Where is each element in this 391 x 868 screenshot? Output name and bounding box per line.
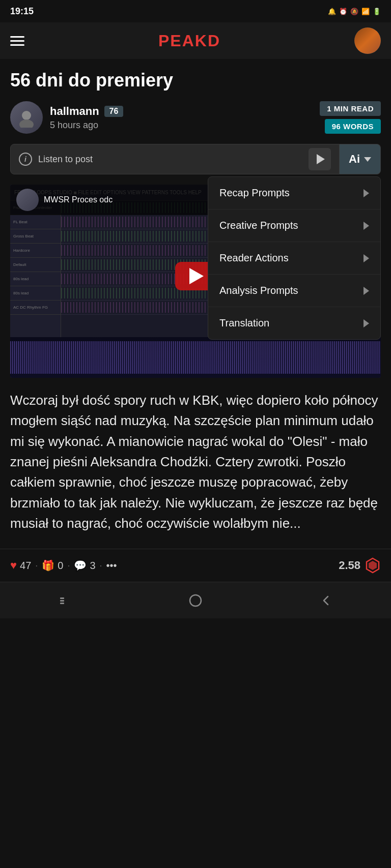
yt-avatar-inner [16, 189, 39, 211]
separator-2: · [67, 560, 70, 571]
svg-rect-5 [60, 600, 64, 602]
video-title: MWSR Proces odc [44, 195, 113, 204]
logo[interactable]: PEAKD [158, 32, 220, 50]
more-button[interactable]: ••• [106, 560, 117, 572]
ai-dropdown-button[interactable]: Ai [340, 144, 381, 174]
svg-rect-6 [60, 603, 64, 604]
listen-row: i Listen to post Ai Recap Prompts Creati… [10, 144, 381, 174]
dropdown-item-creative[interactable]: Creative Prompts [208, 209, 380, 242]
article-title: 56 dni do premiery [10, 69, 381, 91]
user-avatar[interactable] [354, 27, 381, 54]
dropdown-item-label-translation: Translation [219, 317, 269, 329]
status-bar: 19:15 🔔 ⏰ 🔕 📶 🔋 [0, 0, 391, 22]
article-text: Wczoraj był dość spory ruch w KBK, więc … [10, 390, 381, 533]
author-name-row: hallmann 76 [50, 105, 123, 118]
article-body: Wczoraj był dość spory ruch w KBK, więc … [0, 378, 391, 544]
separator-3: · [100, 560, 102, 571]
ai-dropdown-menu: Recap Prompts Creative Prompts Reader Ac… [208, 176, 381, 340]
author-name[interactable]: hallmann [50, 105, 99, 118]
alarm-icon: ⏰ [339, 8, 347, 15]
author-avatar-image [10, 101, 43, 134]
avatar-image [354, 27, 381, 54]
author-row: hallmann 76 5 hours ago 1 MIN READ 96 WO… [10, 101, 381, 134]
svg-point-1 [19, 119, 34, 128]
header: PEAKD [0, 22, 391, 59]
dropdown-item-label-reader: Reader Actions [219, 252, 289, 264]
author-info: hallmann 76 5 hours ago [10, 101, 123, 134]
read-time-badge: 1 MIN READ [320, 101, 381, 116]
hive-logo-icon [365, 557, 381, 574]
comment-count: 3 [90, 560, 95, 572]
nav-back-button[interactable] [303, 588, 348, 613]
play-button[interactable] [309, 148, 331, 170]
status-time: 19:15 [10, 6, 34, 17]
article-container: 56 dni do premiery hallmann 76 5 hours a… [0, 59, 391, 378]
hamburger-line-1 [10, 36, 24, 38]
author-reputation-badge: 76 [104, 106, 124, 117]
dropdown-item-label-analysis: Analysis Prompts [219, 285, 298, 296]
nav-lines-button[interactable] [43, 588, 88, 613]
logo-highlight: A [182, 32, 195, 50]
hive-value[interactable]: 2.58 [339, 557, 381, 574]
logo-text-1: PE [158, 32, 182, 50]
menu-button[interactable] [10, 36, 24, 46]
waveform-bars [10, 341, 381, 374]
author-time-ago: 5 hours ago [50, 120, 123, 131]
nav-back-chevron-icon [319, 593, 333, 608]
hive-amount: 2.58 [339, 559, 360, 572]
word-count-badge: 96 WORDS [325, 119, 381, 134]
read-stats: 1 MIN READ 96 WORDS [320, 101, 381, 134]
ai-label: Ai [349, 153, 360, 166]
chevron-right-icon-analysis [364, 287, 369, 295]
hamburger-line-3 [10, 44, 24, 46]
chevron-right-icon-translation [364, 319, 369, 327]
dropdown-item-recap[interactable]: Recap Prompts [208, 177, 380, 209]
notification-icon: 🔔 [328, 8, 336, 15]
comment-button[interactable]: 💬 3 [74, 559, 95, 572]
play-triangle-icon [317, 154, 325, 164]
dropdown-item-label-creative: Creative Prompts [219, 220, 298, 231]
author-avatar[interactable] [10, 101, 43, 134]
chevron-right-icon [364, 189, 369, 197]
video-waveform [10, 337, 381, 378]
action-items: ♥ 47 · 🎁 0 · 💬 3 · ••• [10, 559, 117, 572]
more-dots-icon: ••• [106, 560, 117, 572]
hamburger-line-2 [10, 40, 24, 42]
chevron-down-icon [364, 157, 371, 162]
svg-point-0 [22, 111, 31, 120]
heart-icon: ♥ [10, 559, 17, 572]
gift-icon: 🎁 [42, 559, 54, 572]
battery-icon: 🔋 [373, 8, 381, 15]
nav-lines-icon [58, 593, 72, 608]
gift-count: 0 [58, 560, 63, 572]
logo-text-2: KD [195, 32, 220, 50]
svg-point-7 [190, 595, 201, 606]
mute-icon: 🔕 [350, 8, 358, 15]
nav-home-button[interactable] [173, 588, 218, 613]
dropdown-item-label-recap: Recap Prompts [219, 187, 290, 199]
dropdown-item-analysis[interactable]: Analysis Prompts [208, 275, 380, 307]
info-icon: i [19, 153, 32, 166]
bottom-actions: ♥ 47 · 🎁 0 · 💬 3 · ••• 2.58 [0, 549, 391, 582]
listen-label: Listen to post [38, 154, 302, 165]
like-button[interactable]: ♥ 47 [10, 559, 31, 572]
listen-bar[interactable]: i Listen to post [10, 144, 340, 174]
chevron-right-icon-creative [364, 222, 369, 230]
navigation-bar [0, 582, 391, 618]
svg-marker-3 [369, 561, 377, 570]
youtube-play-triangle-icon [189, 268, 204, 284]
comment-icon: 💬 [74, 559, 87, 572]
nav-home-circle-icon [188, 593, 203, 608]
dropdown-item-reader[interactable]: Reader Actions [208, 242, 380, 275]
status-icons: 🔔 ⏰ 🔕 📶 🔋 [328, 8, 381, 15]
svg-rect-4 [60, 597, 64, 599]
dropdown-item-translation[interactable]: Translation [208, 307, 380, 339]
gift-button[interactable]: 🎁 0 [42, 559, 63, 572]
separator-1: · [35, 560, 38, 571]
author-name-block: hallmann 76 5 hours ago [50, 105, 123, 131]
wifi-icon: 📶 [361, 8, 370, 15]
yt-channel-avatar [16, 189, 39, 211]
like-count: 47 [20, 560, 31, 572]
chevron-right-icon-reader [364, 254, 369, 262]
